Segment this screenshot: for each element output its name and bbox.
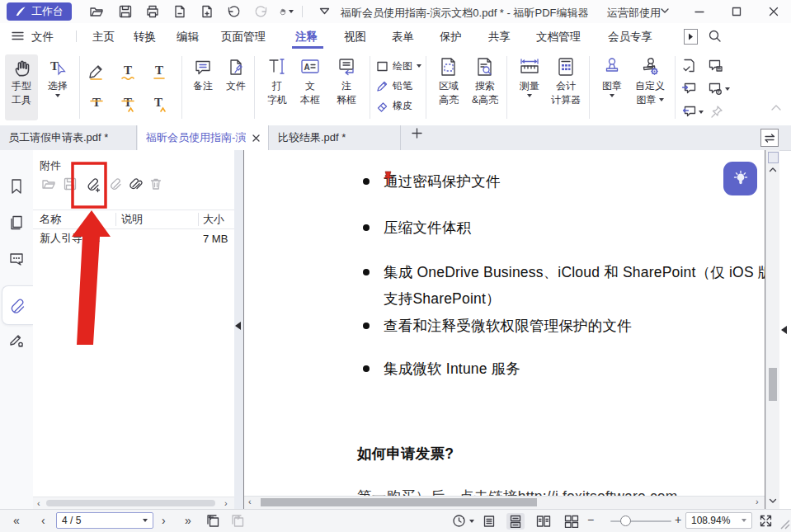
bookmarks-panel-icon[interactable] (7, 177, 26, 196)
callout-button[interactable]: 注 释框 (328, 56, 365, 106)
search-icon[interactable] (708, 29, 722, 43)
menu-member[interactable]: 会员专享 (608, 30, 652, 45)
column-separator[interactable] (198, 213, 199, 226)
collapse-right-panel-icon[interactable] (781, 326, 787, 334)
scroll-down-icon[interactable] (769, 498, 777, 504)
column-name[interactable]: 名称 (40, 212, 61, 227)
menu-protect[interactable]: 保护 (440, 30, 462, 45)
annotation-check-icon[interactable] (681, 58, 697, 73)
insert-text-icon[interactable]: T (148, 91, 170, 112)
menu-doc-manage[interactable]: 文档管理 (536, 30, 581, 45)
stamp-button[interactable]: 图章 (596, 56, 629, 97)
minimize-button[interactable] (691, 3, 708, 20)
scroll-left-icon[interactable]: ‹ (248, 497, 252, 506)
previous-view-icon[interactable] (206, 514, 221, 529)
panel-hscroll-thumb[interactable] (46, 500, 215, 506)
column-separator[interactable] (115, 213, 116, 226)
vertical-scrollbar[interactable] (765, 150, 779, 509)
tab-leave-form[interactable]: 员工请假申请表.pdf * (0, 125, 137, 150)
pdf-page-canvas[interactable]: 通过密码保护文件 压缩文件体积 集成 OneDrive Business、iCl… (243, 150, 765, 509)
scroll-left-icon[interactable]: ‹ (37, 498, 40, 508)
toolbar-overflow-icon[interactable] (318, 6, 333, 21)
hscroll-thumb[interactable] (261, 498, 537, 506)
fullscreen-icon[interactable] (759, 514, 773, 528)
new-document-icon[interactable] (200, 4, 214, 19)
undo-icon[interactable] (226, 4, 241, 19)
hand-mode-icon[interactable] (279, 4, 294, 19)
add-attachment-icon[interactable] (86, 177, 102, 193)
custom-stamp-button[interactable]: 自定义 图章 (629, 56, 671, 106)
close-document-icon[interactable] (172, 4, 187, 19)
eraser-button[interactable]: 橡皮 (376, 96, 421, 115)
zoom-out-icon[interactable]: − (587, 513, 594, 526)
close-button[interactable] (765, 3, 782, 20)
note-button[interactable]: 备注 (186, 58, 219, 92)
menu-share[interactable]: 共享 (488, 30, 511, 45)
select-tool-button[interactable]: T 选择 (41, 58, 74, 97)
area-highlight-button[interactable]: 区域 高亮 (432, 56, 465, 106)
page-number-box[interactable]: 4 / 5 (56, 512, 153, 529)
redo-icon[interactable] (254, 4, 269, 19)
menu-form[interactable]: 表单 (392, 30, 414, 45)
save-icon[interactable] (118, 4, 133, 19)
scroll-right-icon[interactable]: › (224, 498, 228, 508)
next-page-icon[interactable]: › (162, 514, 166, 527)
print-icon[interactable] (145, 4, 160, 19)
menu-convert[interactable]: 转换 (134, 30, 156, 45)
vscroll-thumb[interactable] (769, 368, 777, 401)
hand-tool-button[interactable]: 手型 工具 (5, 54, 38, 120)
last-page-icon[interactable]: » (185, 514, 191, 527)
open-file-icon[interactable] (89, 4, 104, 19)
pencil-button[interactable]: 铅笔 (376, 76, 421, 96)
ribbon-next-icon[interactable] (684, 29, 698, 45)
export-comments-icon[interactable] (681, 104, 704, 120)
search-highlight-button[interactable]: 搜索 &高亮 (467, 56, 503, 106)
replace-text-icon[interactable]: T (117, 91, 139, 112)
calculator-button[interactable]: 会计 计算器 (546, 56, 586, 106)
pushpin-annotation-icon[interactable] (382, 170, 394, 186)
column-size[interactable]: 大小 (203, 212, 224, 227)
horizontal-scrollbar[interactable]: ‹ › (244, 496, 765, 509)
underline-text-icon[interactable]: T (148, 61, 170, 82)
panel-hscrollbar[interactable]: ‹ › (33, 497, 234, 510)
facing-view-icon[interactable] (534, 513, 553, 530)
menu-view[interactable]: 视图 (344, 30, 366, 45)
comments-panel-icon[interactable] (7, 249, 26, 269)
attachments-list-icon[interactable] (129, 177, 145, 193)
zoom-in-icon[interactable]: + (675, 513, 681, 526)
comment-settings-icon[interactable] (708, 81, 730, 97)
strikethrough-text-icon[interactable]: T (86, 91, 107, 112)
squiggly-underline-icon[interactable]: T (117, 61, 139, 82)
account-name[interactable]: 运营部使用 (607, 6, 661, 21)
hamburger-icon[interactable] (12, 31, 24, 41)
maximize-button[interactable] (728, 3, 745, 20)
vscroll-top-box[interactable] (768, 152, 779, 163)
continuous-view-icon[interactable] (506, 513, 525, 530)
account-chevron-icon[interactable] (660, 7, 675, 22)
panel-splitter[interactable] (234, 150, 243, 509)
prev-page-icon[interactable]: ‹ (41, 514, 45, 527)
menu-page-manage[interactable]: 页面管理 (221, 30, 266, 45)
zoom-slider-thumb[interactable] (620, 516, 631, 526)
comment-minus-icon[interactable] (708, 58, 723, 73)
menu-file[interactable]: 文件 (31, 30, 54, 45)
pages-panel-icon[interactable] (7, 213, 26, 233)
attach-file-button[interactable]: 文件 (219, 58, 252, 92)
menu-home[interactable]: 主页 (92, 30, 115, 45)
typewriter-button[interactable]: 打 字机 (261, 56, 294, 106)
tab-member-guide[interactable]: 福昕会员使用指南-演... (138, 125, 269, 150)
draw-button[interactable]: 绘图 (376, 56, 421, 76)
scroll-up-icon[interactable] (769, 167, 777, 172)
attachment-row[interactable]: 新人引导0.... 7 MB (33, 229, 234, 247)
collapse-ribbon-icon[interactable] (770, 104, 782, 111)
menu-comment[interactable]: 注释 (295, 30, 318, 45)
assistant-lightbulb-button[interactable] (723, 162, 757, 195)
single-page-view-icon[interactable] (480, 513, 498, 530)
attachments-panel-active-tab[interactable] (2, 285, 33, 325)
textbox-button[interactable]: A 文 本框 (294, 56, 327, 106)
first-page-icon[interactable]: « (13, 514, 20, 527)
resize-grip[interactable] (779, 518, 790, 530)
column-desc[interactable]: 说明 (121, 212, 143, 227)
collapse-panel-icon[interactable] (235, 322, 241, 330)
menu-edit[interactable]: 编辑 (177, 30, 199, 45)
